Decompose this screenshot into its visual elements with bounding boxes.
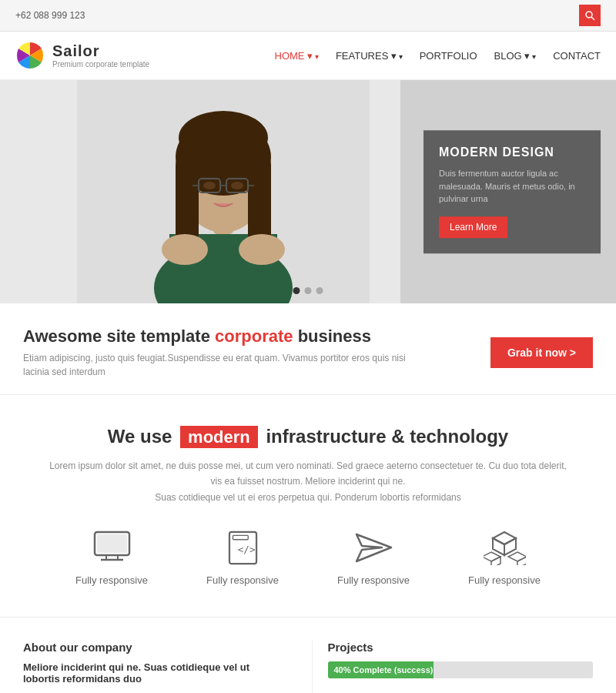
cta-headline-pre: Awesome site template [23,326,215,346]
svg-point-0 [586,12,592,18]
projects-column: Projects 40% Complete (success) [312,641,594,693]
monitor-icon [89,528,135,567]
hero-image [77,80,370,303]
dot-2[interactable] [305,287,312,294]
svg-marker-29 [504,538,516,555]
feature-responsive-3: Fully responsive [331,528,416,586]
features-grid: Fully responsive </> Fully responsive Fu… [23,528,593,586]
infra-description: Lorem ipsum dolor sit amet, ne duis poss… [46,458,570,505]
svg-rect-23 [97,534,127,553]
feature-label-3: Fully responsive [337,574,410,586]
projects-heading: Projects [328,641,594,654]
cta-headline-accent: corporate [215,326,293,346]
infra-title-accent: modern [180,426,258,448]
logo-subtitle: Premium corporate template [52,60,149,69]
svg-marker-31 [484,552,500,561]
svg-rect-25 [233,535,248,539]
code-icon: </> [219,528,266,567]
nav-item-blog[interactable]: BLOG ▾ [494,50,537,62]
about-column: About our company Meliore inciderint qui… [23,641,312,693]
hero-overlay-title: MODERN DESIGN [439,146,585,159]
svg-point-18 [162,234,208,265]
top-bar: +62 088 999 123 [0,0,616,32]
logo-text: Sailor Premium corporate template [52,42,149,69]
phone-number: +62 088 999 123 [15,10,85,21]
svg-point-10 [179,111,268,165]
svg-point-17 [231,182,243,189]
send-icon [350,528,397,567]
hero-overlay-text: Duis fermentum auctor ligula ac malesuad… [439,167,585,206]
infra-title: We use modern infrastructure & technolog… [23,426,593,447]
boxes-icon [481,528,527,567]
progress-fill: 40% Complete (success) [328,661,434,678]
hero-woman-svg [77,80,370,303]
header: Sailor Premium corporate template HOME ▾… [0,32,616,80]
cta-headline: Awesome site template corporate business [23,326,408,346]
about-subtitle: Meliore inciderint qui ne. Suas cotidieq… [23,661,289,685]
feature-label-4: Fully responsive [468,574,541,586]
feature-responsive-2: </> Fully responsive [200,528,285,586]
feature-label-2: Fully responsive [206,574,279,586]
cta-section: Awesome site template corporate business… [0,303,616,395]
svg-marker-27 [357,534,391,561]
progress-label: 40% Complete (success) [334,665,434,675]
dot-3[interactable] [316,287,323,294]
svg-line-1 [591,17,594,20]
hero-slider: MODERN DESIGN Duis fermentum auctor ligu… [0,80,616,303]
svg-marker-30 [493,538,504,555]
cta-headline-post: business [293,326,371,346]
nav-item-home[interactable]: HOME ▾ [275,50,319,62]
svg-marker-33 [508,552,526,561]
nav-item-portfolio[interactable]: PORTFOLIO [420,50,477,62]
feature-responsive-4: Fully responsive [462,528,547,586]
feature-responsive-1: Fully responsive [69,528,154,586]
infra-title-post: infrastructure & technology [261,426,508,447]
nav-item-contact[interactable]: CONTACT [553,50,601,62]
slider-dots [293,287,323,294]
svg-text:</>: </> [237,543,255,554]
progress-bar-wrap: 40% Complete (success) [328,661,594,678]
feature-label-1: Fully responsive [75,574,148,586]
infra-section: We use modern infrastructure & technolog… [0,395,616,609]
hero-overlay-box: MODERN DESIGN Duis fermentum auctor ligu… [424,130,601,253]
svg-point-16 [203,182,216,189]
main-nav: HOME ▾ FEATURES ▾ PORTFOLIO BLOG ▾ CONTA… [275,50,601,62]
svg-marker-34 [517,557,526,565]
bottom-section: About our company Meliore inciderint qui… [0,617,616,693]
dot-1[interactable] [293,287,300,294]
cta-subtext: Etiam adipiscing, justo quis feugiat.Sus… [23,351,408,379]
about-heading: About our company [23,641,289,654]
search-button[interactable] [579,5,601,26]
infra-title-pre: We use [108,426,177,447]
svg-marker-32 [491,557,500,565]
progress-track: 40% Complete (success) [328,661,594,678]
svg-point-19 [239,234,285,265]
nav-item-features[interactable]: FEATURES ▾ [336,50,403,62]
cta-text: Awesome site template corporate business… [23,326,408,379]
search-icon [585,11,595,21]
grab-button[interactable]: Grab it now > [490,337,593,368]
logo-icon [15,41,45,70]
logo-title: Sailor [52,42,149,60]
svg-marker-28 [493,532,516,544]
learn-more-button[interactable]: Learn More [439,216,507,238]
logo-area: Sailor Premium corporate template [15,41,149,70]
